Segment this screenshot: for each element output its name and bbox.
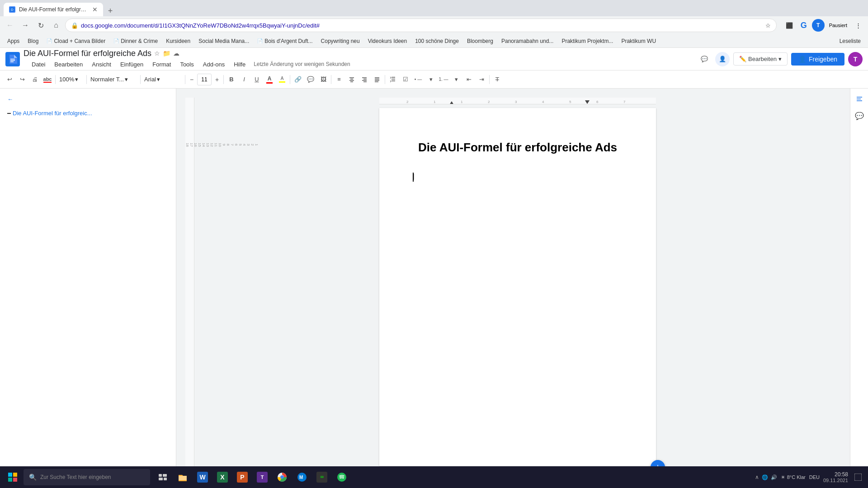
tab-close-button[interactable]: ✕ — [92, 6, 98, 13]
menu-einfuegen[interactable]: Einfügen — [116, 59, 148, 70]
notification-button[interactable] — [852, 471, 864, 483]
insert-comment-button[interactable]: 💬 — [305, 74, 316, 85]
extensions-button[interactable]: ⋮ — [852, 19, 864, 32]
decrease-indent-button[interactable]: ⇤ — [463, 74, 475, 85]
align-left-button[interactable]: ≡ — [333, 74, 345, 85]
menu-addons[interactable]: Add-ons — [198, 59, 229, 70]
document-area[interactable]: 1 2 3 4 5 6 7 8 9 10 11 12 13 14 15 16 1 — [176, 89, 850, 488]
numbered-list-arrow[interactable]: ▾ — [450, 74, 462, 85]
taskbar-teams[interactable]: T — [253, 468, 271, 486]
zoom-select[interactable]: 100% ▾ — [57, 74, 85, 85]
font-size-increase[interactable]: + — [212, 74, 222, 85]
taskbar-task-view[interactable] — [154, 468, 172, 486]
document-heading[interactable]: Die AUI-Formel für erfolgreiche Ads — [412, 141, 623, 155]
bookmark-100dinge[interactable]: 100 schöne Dinge — [411, 37, 462, 45]
spelling-button[interactable]: abc — [42, 74, 53, 85]
bookmark-bloomberg[interactable]: Bloomberg — [463, 37, 497, 45]
font-size-input[interactable] — [197, 74, 212, 85]
forward-button[interactable]: → — [19, 19, 32, 32]
ext-btn-1[interactable]: ⬛ — [783, 19, 796, 32]
bookmark-apps[interactable]: Apps — [4, 37, 23, 45]
bookmark-bois[interactable]: 📄 Bois d'Argent Duft... — [254, 37, 316, 45]
right-panel-outline-button[interactable] — [852, 92, 867, 107]
bookmark-blog[interactable]: Blog — [24, 37, 42, 45]
bookmark-kursideen[interactable]: Kursideen — [162, 37, 194, 45]
menu-format[interactable]: Format — [148, 59, 175, 70]
ext-btn-2[interactable]: G — [797, 19, 810, 32]
bookmark-videokurs[interactable]: Videokurs Ideen — [364, 37, 411, 45]
style-select[interactable]: Normaler T... ▾ — [89, 74, 138, 85]
numbered-list-button[interactable]: 1. — — [438, 74, 449, 85]
align-right-button[interactable] — [359, 74, 370, 85]
home-button[interactable]: ⌂ — [50, 19, 62, 32]
reload-button[interactable]: ↻ — [34, 19, 47, 32]
menu-bearbeiten[interactable]: Bearbeiten — [50, 59, 87, 70]
avatar[interactable]: T — [848, 52, 863, 66]
font-select[interactable]: Arial ▾ — [142, 74, 183, 85]
redo-button[interactable]: ↪ — [16, 74, 28, 85]
right-panel-comments-button[interactable]: 💬 — [852, 108, 867, 123]
active-tab[interactable]: D Die AUI-Formel für erfolgreiche Ads ✕ — [4, 3, 103, 16]
undo-button[interactable]: ↩ — [4, 74, 15, 85]
star-icon[interactable]: ☆ — [154, 50, 160, 57]
italic-button[interactable]: I — [238, 74, 250, 85]
bookmark-praktikum2[interactable]: Praktikum WU — [618, 37, 660, 45]
bookmark-icon[interactable]: ☆ — [765, 22, 771, 29]
taskbar-search[interactable]: 🔍 Zur Suche Text hier eingeben — [24, 469, 150, 485]
taskbar-up-arrow[interactable]: ∧ — [755, 474, 759, 480]
new-tab-button[interactable]: + — [105, 5, 116, 16]
address-bar[interactable]: 🔒 docs.google.com/document/d/1I1GX3tQNnZ… — [65, 19, 777, 32]
sidebar-back-button[interactable]: ← — [7, 96, 169, 103]
document-page[interactable]: Die AUI-Formel für erfolgreiche Ads | — [379, 108, 656, 466]
increase-indent-button[interactable]: ⇥ — [476, 74, 487, 85]
bookmark-social[interactable]: Social Media Mana... — [195, 37, 253, 45]
taskbar-file-explorer[interactable] — [174, 468, 192, 486]
menu-datei[interactable]: Datei — [27, 59, 50, 70]
print-button[interactable]: 🖨 — [29, 74, 41, 85]
bullet-list-button[interactable]: • — — [412, 74, 424, 85]
taskbar-powerpoint[interactable]: P — [233, 468, 251, 486]
insert-image-button[interactable]: 🖼 — [317, 74, 329, 85]
menu-ansicht[interactable]: Ansicht — [87, 59, 116, 70]
taskbar-excel[interactable]: X — [213, 468, 231, 486]
clear-formatting-button[interactable]: T̶ — [491, 74, 503, 85]
profile-button[interactable]: T — [812, 19, 825, 32]
comments-button[interactable]: 💬 — [697, 52, 712, 66]
cloud-save-icon[interactable]: ☁ — [173, 50, 179, 57]
bookmark-panorama[interactable]: Panoramabahn und... — [498, 37, 557, 45]
justify-button[interactable] — [371, 74, 383, 85]
move-to-drive-icon[interactable]: 📁 — [163, 50, 170, 57]
checklist-button[interactable]: ☑ — [400, 74, 411, 85]
sidebar-doc-link[interactable]: Die AUI-Formel für erfolgreic... — [7, 110, 169, 117]
paused-button[interactable]: Pausiert — [826, 19, 850, 32]
bookmark-copywriting[interactable]: Copywriting neu — [317, 37, 363, 45]
taskbar-clock[interactable]: 20:58 09.11.2021 — [823, 471, 848, 483]
share-button[interactable]: 👤 Freigeben — [791, 53, 844, 66]
bookmark-dinner[interactable]: 📄 Dinner & Crime — [110, 37, 161, 45]
taskbar-word[interactable]: W — [193, 468, 212, 486]
bullet-list-arrow[interactable]: ▾ — [425, 74, 437, 85]
back-button[interactable]: ← — [4, 19, 16, 32]
share-history-button[interactable]: 👤 — [715, 52, 730, 66]
bold-button[interactable]: B — [226, 74, 237, 85]
underline-button[interactable]: U — [251, 74, 263, 85]
line-spacing-button[interactable] — [387, 74, 399, 85]
menu-hilfe[interactable]: Hilfe — [229, 59, 250, 70]
highlight-button[interactable]: A — [276, 74, 288, 85]
taskbar-app-7[interactable]: M — [293, 468, 311, 486]
bookmark-praktikum1[interactable]: Praktikum Projektm... — [558, 37, 617, 45]
menu-tools[interactable]: Tools — [175, 59, 198, 70]
taskbar-chrome[interactable] — [273, 468, 291, 486]
align-center-button[interactable] — [346, 74, 358, 85]
bookmark-leseliste[interactable]: Leselistе — [836, 37, 864, 45]
font-size-decrease[interactable]: − — [187, 74, 196, 85]
insert-link-button[interactable]: 🔗 — [292, 74, 304, 85]
taskbar-app-8[interactable]: ⌨ — [313, 468, 331, 486]
doc-title[interactable]: Die AUI-Formel für erfolgreiche Ads — [24, 49, 151, 58]
bookmark-cload[interactable]: 📄 Cload + Canva Bilder — [43, 37, 109, 45]
network-icon[interactable]: 🌐 — [762, 474, 768, 480]
start-button[interactable] — [4, 468, 22, 486]
edit-mode-button[interactable]: ✏️ Bearbeiten ▾ — [733, 52, 788, 66]
volume-icon[interactable]: 🔊 — [771, 474, 777, 480]
taskbar-spotify[interactable] — [333, 468, 351, 486]
